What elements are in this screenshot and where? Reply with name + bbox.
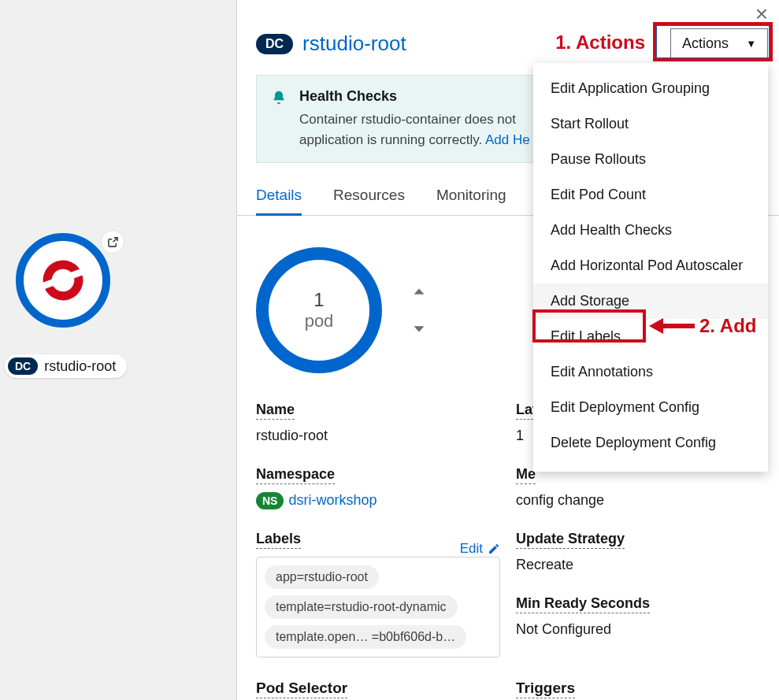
menu-edit-annotations[interactable]: Edit Annotations: [533, 354, 768, 390]
value-name: rstudio-root: [256, 428, 328, 443]
caret-down-icon: ▼: [746, 38, 756, 50]
side-panel: × DC rstudio-root Health Checks Containe…: [236, 0, 779, 700]
bell-icon: [271, 90, 287, 150]
label-chip[interactable]: template=rstudio-root-dynamic: [265, 595, 458, 619]
menu-edit-dc[interactable]: Edit Deployment Config: [533, 390, 768, 425]
actions-menu: Edit Application Grouping Start Rollout …: [533, 63, 768, 472]
menu-edit-labels[interactable]: Edit Labels: [533, 319, 768, 354]
value-latest-version: 1: [516, 428, 524, 443]
label-triggers: Triggers: [516, 680, 575, 698]
tab-details[interactable]: Details: [256, 179, 302, 216]
alert-title: Health Checks: [299, 88, 530, 105]
menu-edit-app-grouping[interactable]: Edit Application Grouping: [533, 71, 768, 106]
value-min-ready: Not Configured: [516, 621, 611, 637]
value-message: config change: [516, 492, 604, 508]
menu-add-health-checks[interactable]: Add Health Checks: [533, 213, 768, 248]
label-labels: Labels: [256, 531, 301, 549]
label-pod-selector: Pod Selector: [256, 680, 347, 698]
label-chip[interactable]: app=rstudio-root: [265, 565, 379, 589]
actions-button[interactable]: Actions ▼: [670, 28, 768, 59]
openshift-icon: [39, 256, 87, 305]
label-namespace: Namespace: [256, 466, 335, 484]
pod-ring[interactable]: 1 pod: [256, 247, 382, 373]
topology-node-name: rstudio-root: [44, 358, 116, 375]
menu-pause-rollouts[interactable]: Pause Rollouts: [533, 142, 768, 177]
label-chip[interactable]: template.open… =b0bf606d-b…: [265, 625, 466, 649]
tab-resources[interactable]: Resources: [333, 179, 405, 215]
edit-labels-link[interactable]: Edit: [460, 541, 500, 557]
open-url-icon[interactable]: [101, 230, 124, 254]
alert-text: application is running correctly.: [299, 132, 485, 147]
pencil-icon: [488, 543, 500, 555]
label-name: Name: [256, 402, 295, 420]
dc-badge: DC: [256, 34, 293, 54]
tab-monitoring[interactable]: Monitoring: [436, 179, 506, 215]
add-health-check-link[interactable]: Add He: [485, 132, 530, 147]
pod-count: 1: [313, 289, 324, 311]
label-min-ready: Min Ready Seconds: [516, 595, 650, 613]
scale-down-icon[interactable]: [410, 320, 428, 337]
ns-badge: NS: [256, 492, 284, 509]
namespace-link[interactable]: dsri-workshop: [288, 492, 377, 508]
value-update-strategy: Recreate: [516, 557, 573, 572]
label-update-strategy: Update Strategy: [516, 531, 625, 549]
menu-add-hpa[interactable]: Add Horizontal Pod Autoscaler: [533, 248, 768, 283]
menu-add-storage[interactable]: Add Storage: [533, 283, 768, 319]
menu-start-rollout[interactable]: Start Rollout: [533, 106, 768, 142]
labels-chip-group: app=rstudio-root template=rstudio-root-d…: [256, 557, 500, 657]
alert-text: Container rstudio-container does not: [299, 112, 516, 127]
topology-node[interactable]: [16, 233, 110, 328]
close-icon[interactable]: ×: [755, 2, 768, 27]
menu-edit-pod-count[interactable]: Edit Pod Count: [533, 177, 768, 213]
dc-badge: DC: [8, 357, 38, 375]
topology-node-label[interactable]: DC rstudio-root: [5, 354, 127, 378]
pod-label: pod: [305, 311, 334, 331]
menu-delete-dc[interactable]: Delete Deployment Config: [533, 425, 768, 461]
scale-up-icon[interactable]: [410, 283, 428, 301]
topology-canvas[interactable]: DC rstudio-root: [0, 0, 236, 700]
resource-title-link[interactable]: rstudio-root: [302, 31, 406, 56]
